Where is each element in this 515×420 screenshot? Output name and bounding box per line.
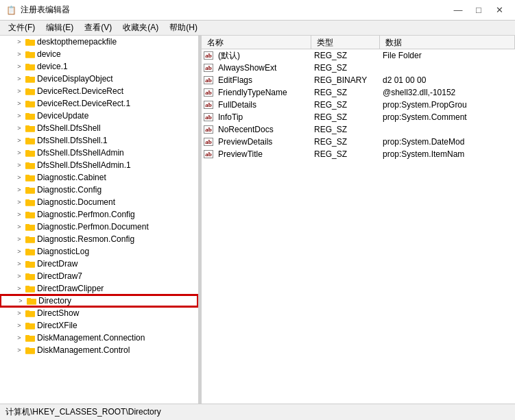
registry-row[interactable]: abPreviewDetailsREG_SZprop:System.DateMo… [202, 136, 515, 148]
expand-icon[interactable]: > [14, 245, 25, 258]
tree-label: DfsShell.DfsShell.1 [37, 136, 108, 145]
tree-item[interactable]: > DeviceUpdate [0, 110, 198, 122]
registry-row[interactable]: abPreviewTitleREG_SZprop:System.ItemNam [202, 148, 515, 160]
menu-item[interactable]: 帮助(H) [164, 21, 203, 35]
expand-icon[interactable]: > [14, 147, 25, 159]
expand-icon[interactable]: > [14, 184, 25, 196]
folder-icon [25, 184, 36, 195]
expand-icon[interactable]: > [14, 196, 25, 208]
tree-item[interactable]: > DfsShell.DfsShellAdmin.1 [0, 159, 198, 171]
expand-icon[interactable]: > [14, 208, 25, 221]
menu-item[interactable]: 编辑(E) [40, 21, 79, 35]
tree-label: DirectXFile [37, 321, 77, 330]
tree-item[interactable]: > desktopthemepackfile [0, 36, 198, 48]
reg-type-icon: ab [202, 148, 215, 160]
tree-item[interactable]: > DirectDraw7 [0, 270, 198, 282]
expand-icon[interactable]: > [14, 48, 25, 60]
reg-name: NoRecentDocs [215, 125, 311, 134]
expand-icon[interactable]: > [14, 122, 25, 134]
menu-item[interactable]: 查看(V) [79, 21, 117, 35]
expand-icon[interactable]: > [14, 270, 25, 282]
reg-type: REG_SZ [311, 63, 380, 73]
tree-item[interactable]: > device [0, 48, 198, 60]
tree-item[interactable]: > DirectShow [0, 307, 198, 319]
registry-row[interactable]: abInfoTipREG_SZprop:System.Comment [202, 111, 515, 123]
tree-item[interactable]: > Diagnostic.Perfmon.Config [0, 208, 198, 221]
tree-item[interactable]: > device.1 [0, 60, 198, 73]
reg-type-icon: ab [202, 111, 215, 123]
column-header-type: 类型 [311, 36, 380, 49]
reg-name: AlwaysShowExt [215, 63, 311, 73]
expand-icon[interactable]: > [14, 159, 25, 171]
folder-icon [25, 234, 36, 245]
close-button[interactable]: ✕ [489, 0, 510, 21]
reg-data: prop:System.ItemNam [380, 149, 515, 159]
tree-item[interactable]: > DfsShell.DfsShell.1 [0, 134, 198, 147]
tree-item[interactable]: > Diagnostic.Config [0, 184, 198, 196]
tree-item[interactable]: > DfsShell.DfsShellAdmin [0, 147, 198, 159]
registry-row[interactable]: abFullDetailsREG_SZprop:System.PropGrou [202, 99, 515, 111]
expand-icon[interactable]: > [14, 319, 25, 332]
tree-label: DfsShell.DfsShell [37, 123, 101, 133]
svg-rect-35 [25, 175, 35, 181]
registry-row[interactable]: abAlwaysShowExtREG_SZ [202, 62, 515, 74]
expand-icon[interactable]: > [14, 97, 25, 110]
expand-icon[interactable]: > [14, 171, 25, 184]
tree-item[interactable]: > Diagnostic.Document [0, 196, 198, 208]
tree-item[interactable]: > DiskManagement.Control [0, 344, 198, 356]
registry-row[interactable]: abFriendlyTypeNameREG_SZ@shell32.dll,-10… [202, 86, 515, 99]
expand-icon[interactable]: > [14, 233, 25, 245]
expand-icon[interactable]: > [14, 85, 25, 97]
tree-item[interactable]: > DirectDrawClipper [0, 282, 198, 295]
tree-item[interactable]: > Diagnostic.Perfmon.Document [0, 221, 198, 233]
reg-name: FullDetails [215, 100, 311, 110]
tree-item[interactable]: > DiagnosticLog [0, 245, 198, 258]
reg-data: File Folder [380, 51, 515, 60]
expand-icon[interactable]: > [14, 60, 25, 73]
svg-rect-14 [25, 89, 35, 95]
svg-rect-5 [25, 52, 35, 58]
expand-icon[interactable]: > [14, 134, 25, 147]
reg-name: PreviewTitle [215, 149, 311, 159]
menu-item[interactable]: 文件(F) [3, 21, 40, 35]
tree-scroll[interactable]: > desktopthemepackfile> device> device.1… [0, 36, 198, 404]
tree-item[interactable]: > DirectXFile [0, 319, 198, 332]
expand-icon[interactable]: > [14, 110, 25, 122]
reg-type-icon: ab [202, 86, 215, 99]
tree-item[interactable]: > DeviceDisplayObject [0, 73, 198, 85]
expand-icon[interactable]: > [14, 307, 25, 319]
right-rows[interactable]: ab(默认)REG_SZFile FolderabAlwaysShowExtRE… [202, 49, 515, 404]
registry-row[interactable]: ab(默认)REG_SZFile Folder [202, 49, 515, 62]
tree-item[interactable]: > DfsShell.DfsShell [0, 122, 198, 134]
tree-label: device [37, 49, 61, 59]
tree-item[interactable]: > DirectDraw [0, 258, 198, 270]
folder-icon [25, 135, 36, 146]
minimize-button[interactable]: — [448, 0, 468, 21]
expand-icon[interactable]: > [14, 258, 25, 270]
tree-item[interactable]: > DeviceRect.DeviceRect.1 [0, 97, 198, 110]
folder-icon [25, 73, 36, 84]
expand-icon[interactable]: > [14, 221, 25, 233]
tree-item[interactable]: > Directory [0, 295, 198, 307]
expand-icon[interactable]: > [15, 295, 26, 307]
expand-icon[interactable]: > [14, 73, 25, 85]
registry-row[interactable]: abEditFlagsREG_BINARYd2 01 00 00 [202, 74, 515, 86]
folder-icon [25, 332, 36, 343]
tree-item[interactable]: > Diagnostic.Cabinet [0, 171, 198, 184]
tree-label: DirectDrawClipper [37, 284, 104, 293]
expand-icon[interactable]: > [14, 332, 25, 344]
expand-icon[interactable]: > [14, 282, 25, 295]
expand-icon[interactable]: > [14, 36, 25, 48]
folder-icon [25, 308, 36, 319]
maximize-button[interactable]: □ [468, 0, 489, 21]
folder-icon [25, 86, 36, 97]
tree-item[interactable]: > DiskManagement.Connection [0, 332, 198, 344]
tree-label: Diagnostic.Document [37, 197, 115, 207]
registry-row[interactable]: abNoRecentDocsREG_SZ [202, 123, 515, 136]
reg-data: prop:System.Comment [380, 112, 515, 122]
menu-item[interactable]: 收藏夹(A) [117, 21, 164, 35]
tree-item[interactable]: > Diagnostic.Resmon.Config [0, 233, 198, 245]
tree-item[interactable]: > DeviceRect.DeviceRect [0, 85, 198, 97]
reg-type-icon: ab [202, 99, 215, 111]
expand-icon[interactable]: > [14, 344, 25, 356]
